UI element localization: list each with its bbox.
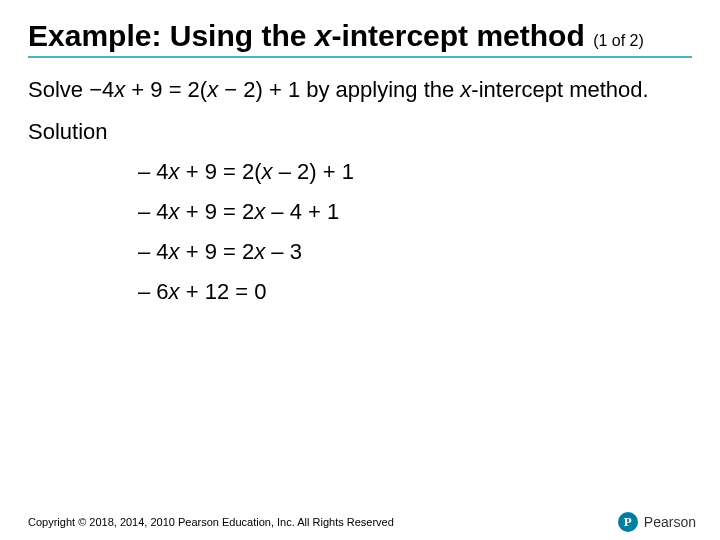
title-suffix: -intercept method — [331, 19, 584, 52]
equation-row: – 4x + 9 = 2x – 3 — [138, 239, 692, 265]
eq-pre: – 6 — [138, 279, 169, 304]
eq-mid: + 9 = 2( — [180, 159, 262, 184]
logo-circle-icon: P — [618, 512, 638, 532]
eq-var: x — [169, 159, 180, 184]
equation-row: – 4x + 9 = 2(x – 2) + 1 — [138, 159, 692, 185]
eq-post: – 2) + 1 — [273, 159, 354, 184]
eq-var: x — [169, 279, 180, 304]
equation-block: – 4x + 9 = 2(x – 2) + 1 – 4x + 9 = 2x – … — [138, 159, 692, 305]
title-page: (1 of 2) — [593, 32, 644, 49]
problem-suffix: -intercept method. — [471, 77, 648, 102]
eq-var2: x — [262, 159, 273, 184]
problem-var3: x — [460, 77, 471, 102]
pearson-logo: P Pearson — [618, 512, 696, 532]
problem-prefix: Solve −4 — [28, 77, 114, 102]
logo-letter: P — [624, 514, 632, 530]
equation-row: – 6x + 12 = 0 — [138, 279, 692, 305]
equation-row: – 4x + 9 = 2x – 4 + 1 — [138, 199, 692, 225]
problem-mid2: − 2) + 1 by applying the — [218, 77, 460, 102]
eq-var: x — [169, 199, 180, 224]
logo-brand: Pearson — [644, 514, 696, 530]
slide: Example: Using the x-intercept method (1… — [0, 0, 720, 540]
eq-var: x — [169, 239, 180, 264]
eq-post: – 4 + 1 — [265, 199, 339, 224]
slide-title: Example: Using the x-intercept method (1… — [28, 18, 692, 54]
copyright-text: Copyright © 2018, 2014, 2010 Pearson Edu… — [28, 516, 394, 528]
problem-mid1: + 9 = 2( — [125, 77, 207, 102]
problem-var1: x — [114, 77, 125, 102]
eq-var2: x — [254, 199, 265, 224]
title-prefix: Example: Using the — [28, 19, 315, 52]
problem-text: Solve −4x + 9 = 2(x − 2) + 1 by applying… — [28, 76, 692, 105]
title-var: x — [315, 19, 332, 52]
eq-pre: – 4 — [138, 159, 169, 184]
eq-mid: + 9 = 2 — [180, 239, 255, 264]
title-underline — [28, 56, 692, 58]
eq-mid: + 9 = 2 — [180, 199, 255, 224]
eq-pre: – 4 — [138, 239, 169, 264]
solution-label: Solution — [28, 119, 692, 145]
eq-post: – 3 — [265, 239, 302, 264]
problem-var2: x — [207, 77, 218, 102]
eq-pre: – 4 — [138, 199, 169, 224]
eq-mid: + 12 = 0 — [180, 279, 267, 304]
eq-var2: x — [254, 239, 265, 264]
